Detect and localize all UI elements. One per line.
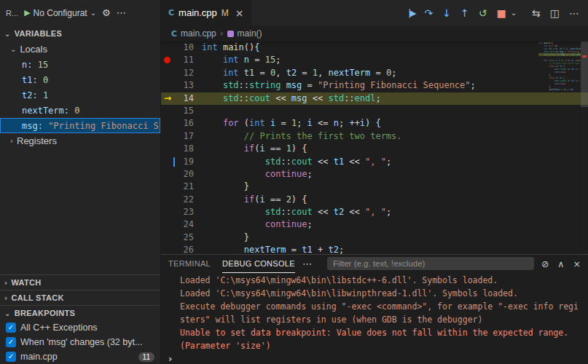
breakpoint-margin[interactable]	[161, 168, 174, 181]
variables-section-header[interactable]: ⌄ VARIABLES	[0, 25, 160, 41]
breakpoint-label: All C++ Exceptions	[20, 323, 98, 333]
code-line-22[interactable]: 22 if(i == 2) {	[161, 194, 588, 206]
code-line-11[interactable]: 11 int n = 15;	[161, 54, 588, 66]
sidebar-spacer	[0, 149, 160, 274]
variable-row-t1[interactable]: t1: 0	[0, 72, 160, 87]
panel-tab-debug-console[interactable]: DEBUG CONSOLE	[222, 255, 295, 273]
code-line-13[interactable]: 13 std::string msg = "Printing Fibonacci…	[161, 79, 588, 92]
breakpoint-margin[interactable]	[161, 206, 174, 218]
code-line-17[interactable]: 17 // Prints the first two terms.	[161, 130, 588, 143]
code-line-10[interactable]: 10int main(){	[161, 41, 588, 54]
continue-button[interactable]: |▶	[408, 9, 415, 17]
breakpoint-margin[interactable]	[161, 194, 174, 206]
breakpoint-margin[interactable]	[161, 54, 174, 66]
code-line-20[interactable]: 20 continue;	[161, 168, 588, 181]
code-line-24[interactable]: 24 continue;	[161, 218, 588, 231]
breakpoint-checkbox[interactable]: ✓	[6, 323, 16, 333]
call-stack-section-header[interactable]: › CALL STACK	[0, 290, 160, 305]
step-over-button[interactable]: ↷	[424, 8, 433, 18]
close-panel-icon[interactable]: ×	[573, 258, 581, 269]
code-line-19[interactable]: 19 std::cout << t1 << ", ";	[161, 156, 588, 168]
variable-row-msg[interactable]: msg: "Printing Fibonacci S...	[0, 118, 160, 133]
clear-console-icon[interactable]: ⊘	[541, 258, 549, 269]
breakpoint-margin[interactable]	[161, 105, 174, 117]
breakpoint-dot[interactable]	[164, 57, 170, 63]
code-line-23[interactable]: 23 std::cout << t2 << ", ";	[161, 206, 588, 218]
code-line-25[interactable]: 25 }	[161, 232, 588, 244]
code-line-15[interactable]: 15	[161, 105, 588, 117]
breadcrumb[interactable]: C main.cpp › main()	[161, 25, 588, 41]
close-tab-icon[interactable]: ×	[235, 7, 244, 19]
code-text: int main(){	[202, 41, 260, 54]
editor-more-actions-icon[interactable]: ⋯	[569, 8, 579, 18]
chevron-down-icon: ⌄	[4, 30, 11, 38]
gear-icon[interactable]: ⚙	[102, 7, 111, 18]
line-number: 12	[174, 67, 202, 79]
line-number: 14	[174, 92, 202, 105]
breakpoint-margin[interactable]	[161, 41, 174, 54]
maximize-panel-icon[interactable]: ∧	[557, 258, 564, 269]
registers-scope[interactable]: › Registers	[0, 133, 160, 149]
views-more-icon[interactable]: ⋯	[117, 7, 126, 18]
breakpoint-margin[interactable]	[161, 232, 174, 244]
panel-tab-terminal[interactable]: TERMINAL	[168, 255, 211, 273]
step-out-button[interactable]: ↑	[460, 8, 469, 18]
breadcrumb-symbol[interactable]: main()	[238, 28, 262, 39]
sidebar-title: R...	[6, 9, 18, 17]
variable-row-t2[interactable]: t2: 1	[0, 87, 160, 103]
breakpoint-item-0[interactable]: ✓All C++ Exceptions	[0, 320, 160, 335]
line-number: 13	[174, 79, 202, 92]
debug-toolbar-dropdown-icon[interactable]: ⌄	[511, 9, 517, 17]
start-debug-icon[interactable]: ▶	[24, 8, 30, 17]
code-text: int t1 = 0, t2 = 1, nextTerm = 0;	[202, 67, 396, 79]
console-input-row[interactable]: ›	[161, 352, 588, 364]
code-editor[interactable]: 10int main(){11 int n = 15;12 int t1 = 0…	[161, 41, 588, 254]
open-changes-icon[interactable]: ⇆	[532, 8, 541, 18]
restart-button[interactable]: ↺	[479, 8, 487, 18]
editor-scrollbar[interactable]	[581, 41, 588, 254]
watch-section-header[interactable]: › WATCH	[0, 274, 160, 290]
breakpoint-item-2[interactable]: ✓main.cpp11	[0, 349, 160, 364]
breakpoint-checkbox[interactable]: ✓	[6, 352, 16, 362]
variable-row-nextTerm[interactable]: nextTerm: 0	[0, 103, 160, 118]
breadcrumb-file[interactable]: main.cpp	[181, 28, 216, 39]
variables-list: n: 15t1: 0t2: 1nextTerm: 0msg: "Printing…	[0, 57, 160, 133]
watch-section-label: WATCH	[11, 278, 41, 287]
scrollbar-slider[interactable]	[581, 41, 588, 107]
line-number: 26	[174, 244, 202, 254]
breakpoint-margin[interactable]	[161, 117, 174, 130]
split-editor-button[interactable]: ◫	[550, 8, 560, 18]
variable-name: t1:	[22, 75, 38, 85]
breakpoint-margin[interactable]	[161, 156, 174, 168]
breakpoint-margin[interactable]	[161, 130, 174, 143]
code-line-18[interactable]: 18 if(i == 1) {	[161, 143, 588, 155]
variable-row-n[interactable]: n: 15	[0, 57, 160, 72]
more-panel-tabs-icon[interactable]: ⋯	[302, 258, 312, 269]
code-line-21[interactable]: 21 }	[161, 181, 588, 193]
variable-name: nextTerm:	[22, 106, 69, 116]
breakpoint-margin[interactable]	[161, 218, 174, 231]
breakpoint-margin[interactable]	[161, 143, 174, 155]
breakpoint-margin[interactable]	[161, 67, 174, 79]
code-line-16[interactable]: 16 for (int i = 1; i <= n; ++i) {	[161, 117, 588, 130]
breakpoint-checkbox[interactable]: ✓	[6, 337, 16, 347]
code-line-26[interactable]: 26 nextTerm = t1 + t2;	[161, 244, 588, 254]
breakpoint-label: When 'msg' changes (32 byt...	[20, 337, 142, 347]
breakpoint-margin[interactable]	[161, 181, 174, 193]
breakpoint-margin[interactable]	[161, 244, 174, 254]
breakpoint-margin[interactable]	[161, 79, 174, 92]
breakpoints-section-header[interactable]: ⌄ BREAKPOINTS	[0, 305, 160, 320]
locals-scope[interactable]: ⌄ Locals	[0, 41, 160, 57]
minimap[interactable]: int main(){ int n = 15; int t1 = 0, t2 =…	[538, 41, 581, 91]
breakpoint-margin[interactable]: →	[161, 92, 174, 105]
code-line-14[interactable]: →14 std::cout << msg << std::endl;	[161, 92, 588, 105]
console-line-0: Loaded 'C:\msys64\mingw64\bin\libstdc++-…	[180, 274, 588, 287]
git-modified-badge: M	[222, 8, 229, 18]
tab-main-cpp[interactable]: C main.cpp M ×	[161, 0, 251, 25]
code-line-12[interactable]: 12 int t1 = 0, t2 = 1, nextTerm = 0;	[161, 67, 588, 79]
console-filter-input[interactable]	[327, 257, 534, 270]
breakpoint-item-1[interactable]: ✓When 'msg' changes (32 byt...	[0, 335, 160, 349]
debug-config-dropdown[interactable]: ▶ No Configurat ⌄	[24, 8, 96, 18]
stop-button[interactable]: ■	[496, 8, 506, 18]
step-into-button[interactable]: ↓	[442, 8, 451, 18]
